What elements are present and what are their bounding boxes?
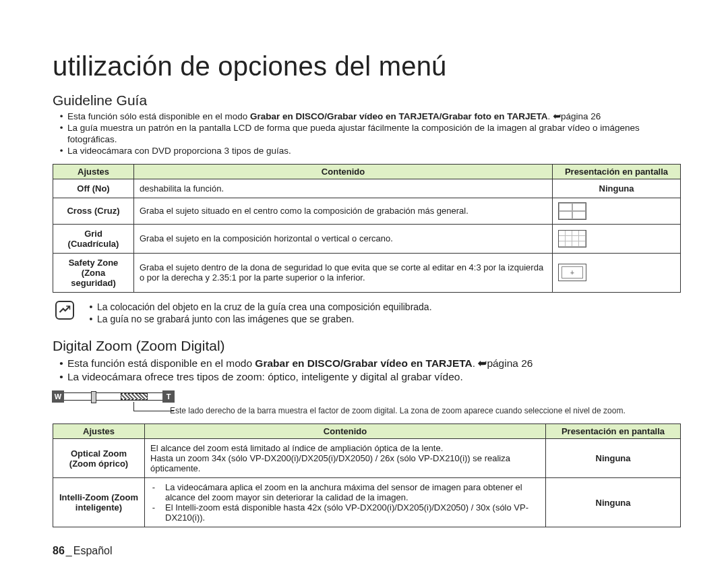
bold-mode: Grabar en DISCO/Grabar vídeo en TARJETA — [255, 357, 472, 369]
text: . — [548, 111, 553, 121]
th-settings: Ajustes — [53, 424, 145, 439]
cell-setting: Grid (Cuadrícula) — [53, 224, 134, 253]
page-number: 86 — [53, 545, 65, 556]
cell-content: -La videocámara aplica el zoom en la anc… — [145, 478, 546, 527]
guideline-table: Ajustes Contenido Presentación en pantal… — [53, 164, 681, 293]
th-settings: Ajustes — [53, 164, 134, 179]
page-ref: página 26 — [487, 357, 533, 369]
text: La videocámara aplica el zoom en la anch… — [165, 482, 540, 502]
text: La guía muestra un patrón en la pantalla… — [67, 123, 681, 146]
page-title: utilización de opciones del menú — [53, 51, 681, 82]
zoom-wide-cap: W — [52, 390, 64, 403]
text: El Intelli-zoom está disponible hasta 42… — [165, 502, 540, 523]
table-row: Cross (Cruz) Graba el sujeto situado en … — [53, 198, 681, 224]
grid-guide-icon — [558, 230, 586, 247]
zoom-caption: Este lado derecho de la barra muestra el… — [170, 406, 681, 415]
text: El alcance del zoom está limitado al índ… — [150, 443, 540, 453]
page-ref: página 26 — [561, 111, 601, 121]
th-display: Presentación en pantalla — [553, 164, 681, 179]
table-row: Intelli-Zoom (Zoom inteligente) -La vide… — [53, 478, 681, 527]
cell-display — [553, 224, 681, 253]
note-icon — [55, 301, 74, 320]
zoom-handle-icon — [91, 391, 96, 403]
guideline-note: •La colocación del objeto en la cruz de … — [55, 301, 681, 326]
cell-display: Ninguna — [546, 439, 681, 478]
cell-display: Ninguna — [546, 478, 681, 527]
guideline-bullets: • Esta función sólo está disponible en e… — [55, 111, 681, 157]
cell-display: Ninguna — [553, 179, 681, 198]
cell-setting: Cross (Cruz) — [53, 198, 134, 224]
page-arrow-icon: ➥ — [478, 357, 487, 370]
digitalzoom-heading: Digital Zoom (Zoom Digital) — [53, 338, 681, 354]
page-arrow-icon: ➥ — [553, 111, 561, 123]
digitalzoom-table: Ajustes Contenido Presentación en pantal… — [53, 424, 681, 527]
text: La videocámara con DVD proporciona 3 tip… — [67, 146, 681, 157]
note-line: La colocación del objeto en la cruz de l… — [97, 301, 432, 314]
table-row: Off (No) deshabilita la función. Ninguna — [53, 179, 681, 198]
footer-lang: Español — [73, 545, 113, 556]
cell-display: + — [553, 253, 681, 292]
zoom-bar-icon: W T — [53, 392, 174, 401]
cell-content: El alcance del zoom está limitado al índ… — [145, 439, 546, 478]
text: La videocámara ofrece tres tipos de zoom… — [67, 370, 681, 383]
table-row: Grid (Cuadrícula) Graba el sujeto en la … — [53, 224, 681, 253]
cell-setting: Optical Zoom (Zoom óprico) — [53, 439, 145, 478]
leader-line-icon — [133, 402, 174, 411]
zoom-digital-segment-icon — [121, 393, 148, 400]
zoom-figure: W T Este lado derecho de la barra muestr… — [53, 390, 681, 419]
cell-content: Graba el sujeto en la composición horizo… — [134, 224, 553, 253]
safety-zone-icon: + — [558, 264, 586, 281]
cell-display — [553, 198, 681, 224]
text: Esta función sólo está disponible en el … — [67, 111, 250, 121]
zoom-tele-cap: T — [162, 390, 175, 403]
cell-content: deshabilita la función. — [134, 179, 553, 198]
table-row: Safety Zone (Zona seguridad) Graba el su… — [53, 253, 681, 292]
th-display: Presentación en pantalla — [546, 424, 681, 439]
cell-setting: Safety Zone (Zona seguridad) — [53, 253, 134, 292]
cell-content: Graba el sujeto situado en el centro com… — [134, 198, 553, 224]
cell-content: Graba el sujeto dentro de la dona de seg… — [134, 253, 553, 292]
digitalzoom-bullets: • Esta función está disponible en el mod… — [55, 357, 681, 383]
th-content: Contenido — [145, 424, 546, 439]
bold-mode: Grabar en DISCO/Grabar vídeo en TARJETA/… — [250, 111, 548, 121]
note-line: La guía no se grabará junto con las imág… — [97, 313, 354, 326]
cell-setting: Intelli-Zoom (Zoom inteligente) — [53, 478, 145, 527]
guideline-heading: Guideline Guía — [53, 92, 681, 109]
page-footer: 86_Español — [53, 545, 113, 557]
text: Hasta un zoom 34x (sólo VP-DX200(i)/DX20… — [150, 453, 540, 473]
th-content: Contenido — [134, 164, 553, 179]
table-row: Optical Zoom (Zoom óprico) El alcance de… — [53, 439, 681, 478]
cell-setting: Off (No) — [53, 179, 134, 198]
cross-guide-icon — [558, 202, 586, 220]
text: Esta función está disponible en el modo — [67, 357, 255, 369]
